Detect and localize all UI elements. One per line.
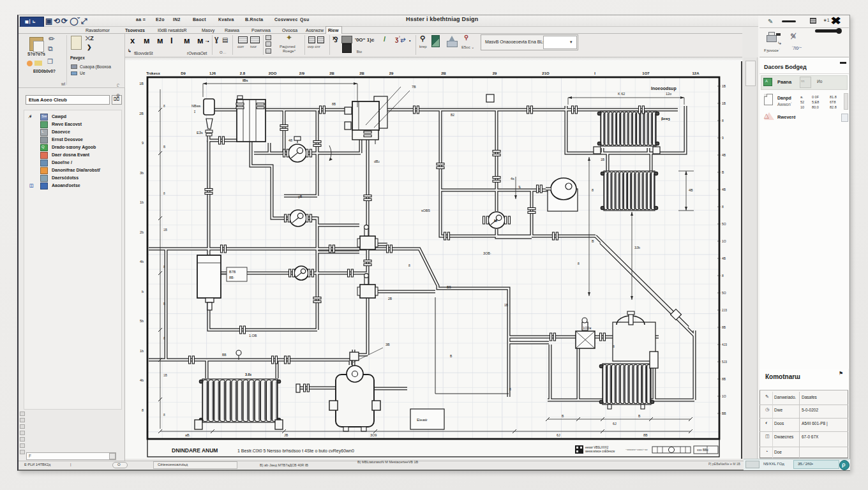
svg-text:48: 48 [288,138,292,142]
svg-text:2.8: 2.8 [240,71,246,75]
svg-text:8: 8 [613,345,615,348]
svg-text:βewʒ: βewʒ [661,117,670,121]
svg-text:4B: 4B [722,188,726,191]
svg-text:EӞs: EӞs [197,131,203,135]
svg-text:7B: 7B [412,85,416,89]
svg-text:4b: 4b [140,260,144,264]
svg-text:DNINDARE ANUM: DNINDARE ANUM [172,447,218,454]
svg-text:8: 8 [509,387,511,391]
svg-text:1O7: 1O7 [642,71,650,75]
svg-text:5O: 5O [722,291,726,295]
svg-text:2OO: 2OO [269,71,277,75]
svg-text:9: 9 [722,136,724,140]
svg-text:6J: 6J [557,433,560,437]
svg-text:1B: 1B [163,374,167,377]
svg-text:2B: 2B [388,297,393,301]
svg-text:1B: 1B [163,228,167,232]
svg-text:B: B [562,414,564,418]
svg-text:1B: 1B [722,84,726,88]
svg-text:sOB5: sOB5 [421,209,430,212]
svg-text:3B: 3B [385,343,390,346]
svg-text:B: B [638,414,641,418]
svg-text:8: 8 [722,274,724,278]
svg-text:8: 8 [163,192,165,195]
svg-text:5O: 5O [722,222,726,226]
svg-text:BB: BB [222,353,227,357]
svg-text:K 62: K 62 [618,92,625,96]
svg-text:↧: ↧ [193,110,196,114]
svg-text:Trɪkesх: Trɪkesх [146,71,160,75]
svg-text:12o: 12o [666,92,671,96]
svg-text:8: 8 [408,264,410,267]
svg-text:4B: 4B [689,188,693,192]
svg-text:8: 8 [722,205,724,209]
svg-text:4s: 4s [511,177,514,181]
svg-text:B: B [163,302,165,306]
svg-text:1B: 1B [139,82,144,85]
svg-text:B2: B2 [451,113,454,117]
svg-text:8: 8 [163,105,165,108]
svg-text:b: b [142,290,144,293]
svg-text:Eieaẃ: Eieaẃ [417,418,428,422]
svg-text:1b: 1b [140,349,144,353]
svg-text:1O: 1O [722,239,726,243]
svg-text:8B: 8B [332,102,336,106]
svg-text:B5: B5 [447,285,451,289]
svg-text:ɣB: ɣB [298,195,303,198]
svg-text:8: 8 [592,188,594,192]
svg-text:1B: 1B [722,101,726,105]
svg-text:1B: 1B [601,158,605,161]
svg-text:Inoeoodsup: Inoeoodsup [651,86,677,91]
svg-text:xxx BBϲʿ: xxx BBϲʿ [697,448,710,452]
svg-text:5J3: 5J3 [722,360,727,364]
svg-text:1.OB: 1.OB [249,334,257,338]
svg-text:8B: 8B [722,325,726,329]
svg-text:3b: 3b [140,171,144,175]
svg-text:3O9: 3O9 [370,433,377,437]
svg-text:B: B [722,170,724,174]
svg-text:JB: JB [284,433,288,437]
svg-text:wesw.wtwce cvE0escw: wesw.wtwce cvE0escw [585,450,615,453]
svg-text:1O: 1O [722,394,726,398]
svg-text:9: 9 [142,141,144,145]
svg-text:2B: 2B [329,71,334,75]
svg-text:NBws: NBws [191,104,201,108]
svg-text:8: 8 [163,337,165,340]
svg-text:21O: 21O [542,71,550,75]
svg-text:8: 8 [142,408,144,412]
svg-text:1 Bestr.C0t0 5 Nersso brhsdsoo: 1 Bestr.C0t0 5 Nersso brhsdsoo t 4Ste o … [237,449,354,454]
svg-text:dBɹ: dBɹ [374,160,380,163]
svg-text:1B: 1B [504,303,509,307]
svg-text:2J3: 2J3 [722,308,727,312]
svg-text:⇅: ⇅ [518,185,521,189]
svg-text:4B: 4B [722,153,726,157]
svg-text:B: B [450,354,453,358]
svg-text:−eeooro−cooci−ov: −eeooro−cooci−ov [625,448,648,451]
svg-text:3.8ɪ: 3.8ɪ [245,373,252,376]
svg-text:B: B [592,239,594,243]
svg-text:BB: BB [722,412,726,415]
svg-text:5b: 5b [140,319,144,323]
svg-text:2B: 2B [359,71,364,75]
svg-text:2/9: 2/9 [299,71,305,75]
svg-text:2B: 2B [441,71,446,75]
svg-text:8: 8 [722,119,724,122]
svg-text:B7B: B7B [229,270,236,274]
svg-text:8B: 8B [722,377,726,381]
svg-text:2B: 2B [139,112,144,115]
svg-text:B: B [163,145,165,149]
svg-text:8B: 8B [643,433,648,437]
svg-text:1J6: 1J6 [209,71,216,75]
svg-text:29: 29 [493,71,497,75]
svg-text:2b: 2b [140,230,144,234]
svg-text:6J: 6J [613,422,617,426]
svg-text:IBs: IBs [243,78,248,82]
svg-text:3Jb: 3Jb [634,246,640,249]
svg-text:29: 29 [389,71,394,75]
svg-text:12A: 12A [692,71,700,75]
svg-text:8B·: 8B· [229,276,235,279]
svg-text:M: M [494,219,497,223]
svg-text:D9: D9 [181,71,186,75]
svg-text:aB.: aB. [185,433,191,437]
svg-text:8: 8 [163,265,165,269]
